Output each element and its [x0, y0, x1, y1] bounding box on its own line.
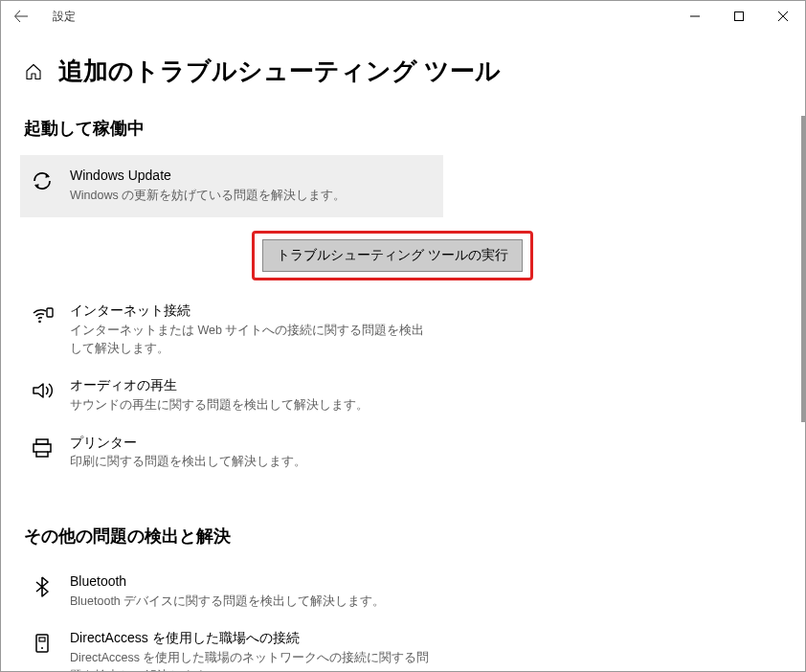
section-title-running: 起動して稼働中: [24, 117, 782, 140]
troubleshooter-desc: サウンドの再生に関する問題を検出して解決します。: [70, 396, 434, 414]
troubleshooter-item-printer[interactable]: プリンター 印刷に関する問題を検出して解決します。: [20, 424, 443, 481]
svg-point-4: [38, 321, 41, 324]
run-troubleshooter-button[interactable]: トラブルシューティング ツールの実行: [262, 239, 523, 272]
troubleshooter-item-internet[interactable]: インターネット接続 インターネットまたは Web サイトへの接続に関する問題を検…: [20, 292, 443, 367]
troubleshooter-title: インターネット接続: [70, 302, 434, 321]
troubleshooter-title: DirectAccess を使用した職場への接続: [70, 629, 434, 648]
troubleshooter-text: インターネット接続 インターネットまたは Web サイトへの接続に関する問題を検…: [70, 302, 434, 357]
troubleshooter-text: Bluetooth Bluetooth デバイスに関する問題を検出して解決します…: [70, 572, 434, 610]
troubleshooter-desc: DirectAccess を使用した職場のネットワークへの接続に関する問題を検出…: [70, 649, 434, 671]
minimize-icon: [690, 11, 700, 21]
sync-icon: [30, 168, 55, 193]
titlebar: 設定: [1, 1, 805, 32]
troubleshooter-title: Windows Update: [70, 167, 434, 186]
printer-icon: [30, 436, 55, 460]
troubleshooter-title: Bluetooth: [70, 572, 434, 592]
minimize-button[interactable]: [673, 1, 717, 32]
troubleshooter-text: プリンター 印刷に関する問題を検出して解決します。: [70, 434, 434, 471]
troubleshooter-item-audio[interactable]: オーディオの再生 サウンドの再生に関する問題を検出して解決します。: [20, 367, 443, 423]
troubleshooter-desc: 印刷に関する問題を検出して解決します。: [70, 453, 434, 471]
troubleshooter-desc: インターネットまたは Web サイトへの接続に関する問題を検出して解決します。: [70, 322, 434, 358]
scrollbar[interactable]: [801, 116, 805, 422]
troubleshooter-item-directaccess[interactable]: DirectAccess を使用した職場への接続 DirectAccess を使…: [20, 619, 443, 671]
bluetooth-icon: [30, 574, 55, 599]
troubleshooter-item-windows-update[interactable]: Windows Update Windows の更新を妨げている問題を解決します…: [20, 155, 443, 217]
svg-rect-5: [47, 308, 53, 317]
troubleshooter-item-bluetooth[interactable]: Bluetooth Bluetooth デバイスに関する問題を検出して解決します…: [20, 563, 443, 619]
speaker-icon: [30, 378, 55, 403]
computer-icon: [30, 631, 55, 656]
app-title: 設定: [53, 9, 76, 25]
close-icon: [778, 11, 788, 21]
troubleshooter-text: オーディオの再生 サウンドの再生に関する問題を検出して解決します。: [70, 376, 434, 414]
back-arrow-icon: [13, 9, 29, 24]
section-title-other: その他の問題の検出と解決: [24, 525, 782, 548]
maximize-button[interactable]: [717, 1, 761, 32]
run-button-highlight: トラブルシューティング ツールの実行: [252, 231, 533, 280]
wifi-icon: [30, 303, 55, 328]
window-controls: [673, 1, 805, 32]
troubleshooter-desc: Windows の更新を妨げている問題を解決します。: [70, 187, 434, 205]
page-header: 追加のトラブルシューティング ツール: [24, 55, 782, 88]
troubleshooter-text: Windows Update Windows の更新を妨げている問題を解決します…: [70, 167, 434, 204]
maximize-icon: [734, 11, 744, 21]
titlebar-left: 設定: [9, 4, 76, 29]
troubleshooter-desc: Bluetooth デバイスに関する問題を検出して解決します。: [70, 593, 434, 611]
close-button[interactable]: [761, 1, 805, 32]
svg-rect-10: [39, 638, 45, 641]
troubleshooter-title: オーディオの再生: [70, 376, 434, 395]
back-button[interactable]: [9, 4, 34, 29]
svg-point-11: [41, 647, 43, 649]
home-icon: [25, 63, 42, 80]
troubleshooter-title: プリンター: [70, 434, 434, 453]
page-title: 追加のトラブルシューティング ツール: [58, 55, 501, 88]
home-button[interactable]: [24, 62, 43, 81]
svg-rect-1: [735, 12, 744, 21]
troubleshooter-text: DirectAccess を使用した職場への接続 DirectAccess を使…: [70, 629, 434, 671]
